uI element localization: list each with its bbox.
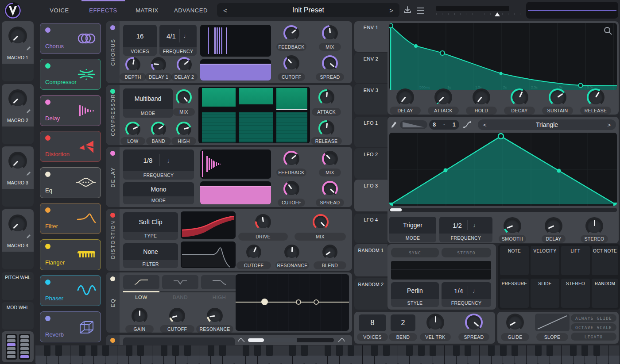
lowpass-icon[interactable] <box>237 337 245 343</box>
mod-source-oct-note[interactable]: OCT NOTE <box>592 246 618 275</box>
filter-power-dot[interactable] <box>110 338 115 343</box>
macro-4-mod-list[interactable] <box>2 252 34 269</box>
smooth-curve-icon[interactable] <box>463 120 472 129</box>
edit-pencil-icon[interactable] <box>26 109 31 114</box>
chorus-enable-dot[interactable] <box>45 27 50 33</box>
edit-pencil-icon[interactable] <box>26 234 31 239</box>
lfo-scroll-handle[interactable] <box>390 208 402 211</box>
fx-list-item-filter[interactable]: Filter <box>40 203 101 234</box>
edit-pencil-icon[interactable] <box>26 46 31 51</box>
vel-trk-knob[interactable] <box>426 314 444 331</box>
lfo-slope-widget[interactable] <box>400 120 427 129</box>
chorus-delay2-knob[interactable] <box>177 57 192 72</box>
random-display[interactable] <box>391 261 491 280</box>
black-key[interactable] <box>453 345 460 356</box>
chorus-delay1-knob[interactable] <box>151 57 166 72</box>
distortion-shape-display[interactable] <box>181 211 236 239</box>
compressor-attack-knob[interactable] <box>318 89 334 105</box>
eq-low-band-button[interactable] <box>123 275 159 289</box>
mod-source-stereo[interactable]: STEREO <box>561 279 590 308</box>
black-key[interactable] <box>570 345 577 356</box>
keyboard[interactable] <box>35 345 620 364</box>
edit-pencil-icon[interactable] <box>26 171 31 176</box>
eq-band-band-button[interactable] <box>162 275 198 289</box>
delay-spread-knob[interactable] <box>322 181 338 197</box>
volume-marker[interactable] <box>495 12 500 16</box>
env-attack-knob[interactable] <box>434 88 452 106</box>
distortion-filter-display[interactable] <box>181 241 236 268</box>
delay-filter-display[interactable] <box>200 181 271 204</box>
black-key[interactable] <box>512 345 518 356</box>
delay-mix-knob[interactable] <box>322 151 338 167</box>
glide-slope-display[interactable] <box>535 314 570 331</box>
chorus-filter-display[interactable] <box>200 59 271 80</box>
eq-low-label[interactable]: LOW <box>123 295 159 300</box>
black-key[interactable] <box>208 345 214 356</box>
tab-random-2[interactable]: RANDOM 2 <box>354 278 388 310</box>
env-delay-knob[interactable] <box>396 88 414 106</box>
preset-prev-arrow[interactable]: < <box>223 7 227 14</box>
note-icon[interactable]: ♩ <box>473 287 479 294</box>
black-key[interactable] <box>102 345 109 356</box>
random-stereo-button[interactable]: STEREO <box>442 248 491 257</box>
black-key[interactable] <box>243 345 249 356</box>
delay-cutoff-knob[interactable] <box>283 181 299 197</box>
bend-value[interactable]: 2 <box>391 314 415 331</box>
lfo-delay-knob[interactable] <box>545 217 562 235</box>
save-preset-icon[interactable] <box>403 6 412 15</box>
filter-scrollbar[interactable] <box>247 338 334 342</box>
macro-4-knob[interactable] <box>8 215 27 233</box>
tab-matrix[interactable]: MATRIX <box>131 0 163 21</box>
eq-high-band-button[interactable] <box>201 275 237 289</box>
mod-source-note[interactable]: NOTE <box>500 246 529 275</box>
black-key[interactable] <box>371 345 378 356</box>
chorus-frequency-value[interactable]: 4/1♩ <box>159 25 197 47</box>
env-hold-knob[interactable] <box>473 88 490 106</box>
black-key[interactable] <box>126 345 132 356</box>
tab-env-3[interactable]: ENV 3 <box>354 84 388 115</box>
black-key[interactable] <box>418 345 425 356</box>
eq-high-node[interactable] <box>314 299 319 305</box>
macro-2-mod-list[interactable] <box>2 126 34 144</box>
chorus-cutoff-knob[interactable] <box>283 55 299 71</box>
black-key[interactable] <box>465 345 471 356</box>
tab-lfo-4[interactable]: LFO 4 <box>354 214 388 243</box>
tab-env-2[interactable]: ENV 2 <box>354 53 388 83</box>
black-key[interactable] <box>546 345 553 356</box>
black-key[interactable] <box>325 345 331 356</box>
mod-source-velocity[interactable]: VELOCITY <box>531 246 559 275</box>
fx-list-item-flanger[interactable]: Flanger <box>40 239 101 270</box>
black-key[interactable] <box>172 345 179 356</box>
compressor-enable-dot[interactable] <box>45 63 50 69</box>
black-key[interactable] <box>593 345 600 356</box>
delay-feedback-display[interactable] <box>200 149 271 179</box>
octave-scale-button[interactable]: OCTAVE SCALE <box>571 323 616 331</box>
lfo-shape-name[interactable]: Triangle <box>487 121 608 128</box>
black-key[interactable] <box>383 345 390 356</box>
fx-list-item-compressor[interactable]: Compressor <box>40 59 101 90</box>
black-key[interactable] <box>348 345 354 356</box>
eq-cutoff-knob[interactable] <box>169 308 185 324</box>
distortion-filter-value[interactable]: None <box>123 243 178 260</box>
chorus-taps-display[interactable] <box>200 25 271 57</box>
grid-cols-value[interactable]: 1 <box>453 122 456 128</box>
fx-list-item-phaser[interactable]: Phaser <box>40 275 101 306</box>
tab-voice[interactable]: VOICE <box>44 0 74 21</box>
black-key[interactable] <box>137 345 144 356</box>
paint-brush-icon[interactable] <box>390 120 398 129</box>
compressor-bands-display[interactable] <box>198 87 310 143</box>
chorus-depth-knob[interactable] <box>125 57 140 72</box>
fx-list-item-distortion[interactable]: Distortion <box>40 131 101 162</box>
note-icon[interactable]: ♩ <box>167 157 174 164</box>
black-key[interactable] <box>581 345 588 356</box>
black-key[interactable] <box>91 345 97 356</box>
lfo-mode-value[interactable]: Trigger <box>389 217 436 234</box>
lfo-graph[interactable] <box>389 133 617 206</box>
black-key[interactable] <box>336 345 343 356</box>
shape-prev-arrow[interactable]: < <box>483 122 487 128</box>
distortion-resonance-knob[interactable] <box>284 245 299 260</box>
mod-source-slide[interactable]: SLIDE <box>531 279 559 308</box>
highpass-icon[interactable] <box>337 337 345 343</box>
filter-value-box-partial[interactable] <box>123 337 235 345</box>
distortion-enable-dot[interactable] <box>45 135 50 141</box>
